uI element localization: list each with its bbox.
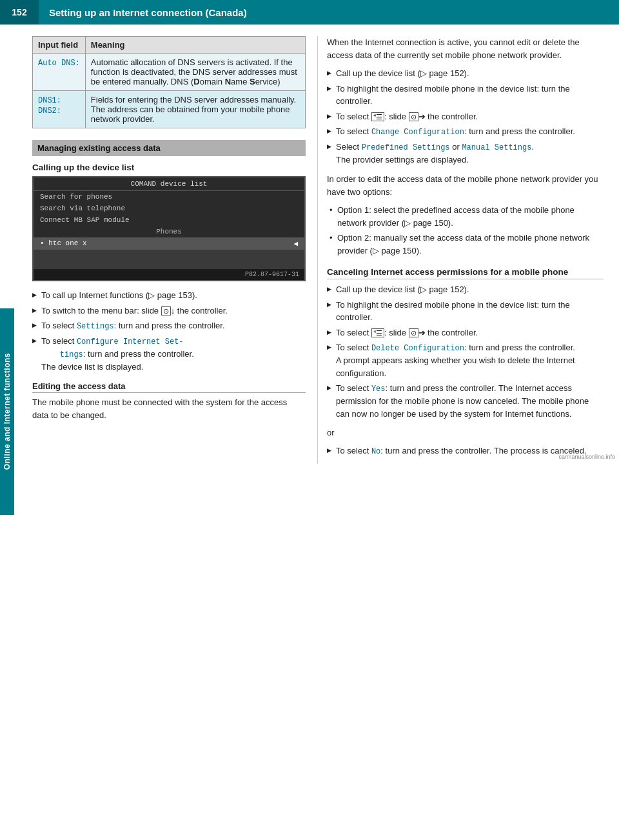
left-column: Input field Meaning Auto DNS: Automatic … [14,36,317,464]
selected-item-text: • htc one x [40,239,87,248]
intro-para: When the Internet connection is active, … [327,36,604,62]
list-item: To highlight the desired mobile phone in… [327,297,604,325]
input-table: Input field Meaning Auto DNS: Automatic … [32,36,306,128]
device-list-blank [34,250,304,269]
header-bar: 152 Setting up an Internet connection (C… [0,0,619,25]
list-item: To select Change Configuration: turn and… [327,124,604,139]
device-list-title: COMAND device list [34,177,304,191]
table-col2-header: Meaning [85,37,305,54]
device-list-phones-label: Phones [34,226,304,237]
calling-sub-heading: Calling up the device list [32,163,306,172]
list-item: To highlight the desired mobile phone in… [327,81,604,109]
device-list-box: COMAND device list Search for phones Sea… [32,176,306,281]
list-item: To select Settings: turn and press the c… [32,318,306,334]
list-item: To select Yes: turn and press the contro… [327,381,604,421]
selected-item-arrow: ◀ [293,239,298,248]
table-row: Auto DNS: Automatic allocation of DNS se… [33,54,306,91]
list-item: Call up the device list (▷ page 152). [327,282,604,297]
device-list-selected-item: • htc one x ◀ [34,237,304,250]
middle-para: In order to edit the access data of the … [327,173,604,199]
editing-para: The mobile phone must be connected with … [32,396,306,422]
managing-section-header: Managing existing access data [32,140,306,156]
table-col1-header: Input field [33,37,86,54]
watermark: carmanualsonline.info [558,454,615,460]
list-item: To select Delete Configuration: turn and… [327,340,604,381]
canceling-heading: Canceling Internet access permissions fo… [327,267,604,279]
header-title: Setting up an Internet connection (Canad… [39,7,247,18]
dot-list: Option 1: select the predefined access d… [327,203,604,258]
table-row: DNS1:DNS2: Fields for entering the DNS s… [33,91,306,128]
page-number: 152 [0,0,39,25]
table-cell-key2: DNS1:DNS2: [33,91,86,128]
list-item: Option 2: manually set the access data o… [327,230,604,258]
right-column: When the Internet connection is active, … [317,36,619,464]
device-list-item: Search via telephone [34,203,304,214]
list-item: To select Configure Internet Set- tings:… [32,334,306,375]
dns-auto-key: Auto DNS: [38,59,80,68]
device-list-footer: P82.87-9617-31 [34,269,304,280]
table-cell-value2: Fields for entering the DNS server addre… [85,91,305,128]
device-list-item: Connect MB SAP module [34,214,304,226]
device-list-item: Search for phones [34,191,304,203]
calling-bullets: To call up Internet functions (▷ page 15… [32,288,306,375]
table-cell-key1: Auto DNS: [33,54,86,91]
list-item: To select ⁴☰: slide ⊙➔ the controller. [327,325,604,341]
main-bullets: Call up the device list (▷ page 152). To… [327,66,604,168]
table-cell-value1: Automatic allocation of DNS servers is a… [85,54,305,91]
or-text: or [327,426,604,439]
list-item: To select ⁴☰: slide ⊙➔ the controller. [327,109,604,125]
list-item: Option 1: select the predefined access d… [327,203,604,230]
list-item: Select Predefined Settings or Manual Set… [327,139,604,168]
list-item: To call up Internet functions (▷ page 15… [32,288,306,303]
canceling-bullets: Call up the device list (▷ page 152). To… [327,282,604,421]
list-item: Call up the device list (▷ page 152). [327,66,604,81]
list-item: To switch to the menu bar: slide ⊙↓ the … [32,303,306,319]
dns1-key: DNS1:DNS2: [38,96,61,115]
editing-sub-heading: Editing the access data [32,381,306,393]
